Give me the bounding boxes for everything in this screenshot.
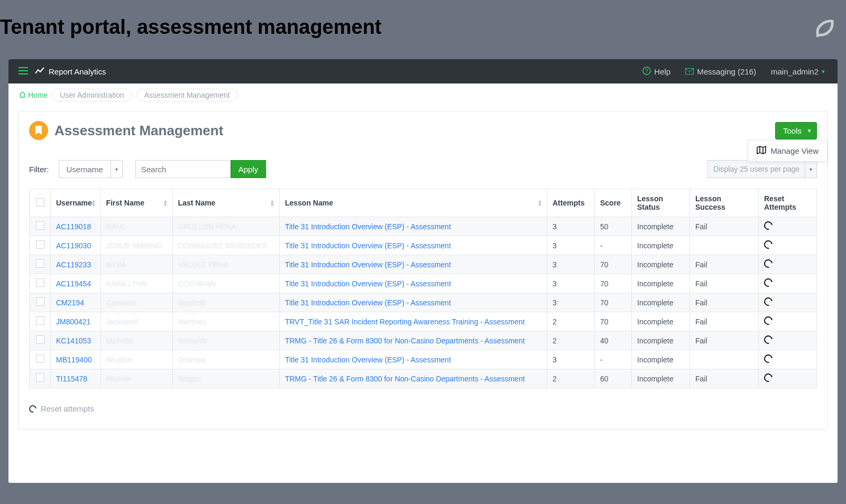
- sort-icon: ▲▼: [270, 199, 275, 207]
- success-cell: [690, 236, 759, 255]
- assessment-table: Username▲▼ First Name▲▼ Last Name▲▼ Less…: [29, 189, 817, 388]
- user-label: main_admin2: [771, 67, 819, 76]
- username-link[interactable]: CM2194: [56, 298, 84, 307]
- row-checkbox[interactable]: [36, 278, 44, 287]
- status-cell: Incomplete: [632, 255, 690, 274]
- lesson-link[interactable]: Title 31 Introduction Overview (ESP) - A…: [285, 260, 451, 269]
- breadcrumb-assessment-mgmt[interactable]: Assessment Management: [136, 89, 238, 101]
- row-checkbox[interactable]: [36, 221, 44, 230]
- chevron-down-icon: ▾: [805, 161, 816, 178]
- messaging-label: Messaging (216): [697, 67, 756, 76]
- lesson-link[interactable]: Title 31 Introduction Overview (ESP) - A…: [285, 222, 451, 231]
- col-header-username[interactable]: Username▲▼: [51, 189, 101, 217]
- breadcrumb-user-admin[interactable]: User Administration: [52, 89, 132, 101]
- col-header-reset: Reset Attempts: [759, 189, 817, 217]
- first-name-cell: JOSUE MARINO: [106, 241, 163, 250]
- username-link[interactable]: MB119400: [56, 356, 92, 364]
- tools-button[interactable]: Tools ▾: [775, 122, 817, 139]
- table-row: TI115478MicheleWagesTRMG - Title 26 & Fo…: [30, 369, 817, 388]
- lesson-link[interactable]: Title 31 Introduction Overview (ESP) - A…: [285, 298, 451, 307]
- reset-legend-label: Reset attempts: [41, 404, 94, 413]
- last-name-cell: Martinez: [178, 318, 207, 326]
- row-checkbox[interactable]: [36, 240, 44, 249]
- score-cell: 70: [595, 255, 632, 274]
- manage-view-item[interactable]: Manage View: [748, 140, 827, 162]
- username-link[interactable]: AC119030: [56, 241, 91, 250]
- username-link[interactable]: TI115478: [56, 375, 87, 383]
- col-header-score: Score: [595, 189, 632, 217]
- success-cell: Fail: [690, 312, 759, 331]
- help-link[interactable]: ? Help: [642, 67, 670, 77]
- table-row: CM2194CameronMayfieldTitle 31 Introducti…: [30, 293, 817, 312]
- col-header-success: Lesson Success: [690, 189, 759, 217]
- row-checkbox[interactable]: [36, 259, 44, 268]
- tools-label: Tools: [783, 126, 802, 135]
- lesson-link[interactable]: Title 31 Introduction Overview (ESP) - A…: [285, 241, 451, 250]
- last-name-cell: GRULLON PENA: [178, 222, 236, 231]
- menu-hamburger-icon[interactable]: [14, 67, 33, 76]
- reset-attempts-button[interactable]: [762, 277, 774, 288]
- table-row: KC141053MichelleRichardsTRMG - Title 26 …: [30, 331, 817, 350]
- username-link[interactable]: JM800421: [56, 318, 90, 326]
- user-menu[interactable]: main_admin2 ▾: [771, 67, 825, 76]
- table-row: AC119233NYSAVALDEZ PENATitle 31 Introduc…: [30, 255, 817, 274]
- reset-attempts-button[interactable]: [762, 239, 774, 250]
- table-row: AC119018RAULGRULLON PENATitle 31 Introdu…: [30, 217, 817, 236]
- reset-attempts-button[interactable]: [762, 296, 774, 307]
- last-name-cell: Mayfield: [178, 298, 206, 307]
- attempts-cell: 3: [547, 293, 595, 312]
- attempts-cell: 2: [547, 369, 595, 388]
- filter-row: Filter: Username ▾ Apply Display 25 user…: [29, 160, 817, 178]
- lesson-link[interactable]: TRMG - Title 26 & Form 8300 for Non-Casi…: [285, 337, 525, 345]
- reset-icon: [27, 404, 38, 414]
- breadcrumb-home[interactable]: Home: [19, 91, 48, 99]
- success-cell: Fail: [690, 217, 759, 236]
- row-checkbox[interactable]: [36, 335, 44, 344]
- logo-leaf-icon: [811, 16, 835, 40]
- display-per-page-select[interactable]: Display 25 users per page ▾: [707, 160, 817, 178]
- bookmark-badge-icon: [29, 121, 48, 140]
- envelope-icon: [685, 67, 694, 76]
- reset-attempts-button[interactable]: [762, 334, 774, 346]
- attempts-cell: 3: [547, 255, 595, 274]
- chevron-down-icon: ▾: [822, 68, 825, 75]
- row-checkbox[interactable]: [36, 297, 44, 306]
- status-cell: Incomplete: [632, 312, 690, 331]
- success-cell: Fail: [690, 274, 759, 293]
- reset-attempts-button[interactable]: [762, 220, 774, 231]
- reset-attempts-button[interactable]: [762, 315, 774, 326]
- last-name-cell: DOMINGUEZ MERCEDES: [178, 241, 268, 250]
- status-cell: Incomplete: [632, 331, 690, 350]
- filter-field-value: Username: [59, 165, 111, 174]
- reset-attempts-button[interactable]: [762, 372, 774, 384]
- messaging-link[interactable]: Messaging (216): [685, 67, 756, 76]
- first-name-cell: Michele: [106, 375, 132, 383]
- attempts-cell: 3: [547, 350, 595, 369]
- username-link[interactable]: AC119233: [56, 260, 91, 269]
- reset-attempts-button[interactable]: [762, 353, 774, 365]
- attempts-cell: 2: [547, 312, 595, 331]
- app-title: Report Analytics: [49, 67, 106, 76]
- lesson-link[interactable]: Title 31 Introduction Overview (ESP) - A…: [285, 356, 451, 364]
- lesson-link[interactable]: TRMG - Title 26 & Form 8300 for Non-Casi…: [285, 375, 525, 383]
- status-cell: Incomplete: [632, 236, 690, 255]
- col-header-last-name[interactable]: Last Name▲▼: [172, 189, 279, 217]
- col-header-lesson-name[interactable]: Lesson Name▲▼: [279, 189, 547, 217]
- attempts-cell: 3: [547, 274, 595, 293]
- chevron-down-icon: ▾: [111, 161, 122, 178]
- lesson-link[interactable]: TRVT_Title 31 SAR Incident Reporting Awa…: [285, 318, 525, 326]
- row-checkbox[interactable]: [36, 316, 44, 325]
- col-header-first-name[interactable]: First Name▲▼: [100, 189, 172, 217]
- select-all-checkbox[interactable]: [36, 198, 44, 207]
- search-input[interactable]: [135, 160, 231, 178]
- username-link[interactable]: AC119454: [56, 279, 91, 288]
- filter-field-select[interactable]: Username ▾: [59, 160, 123, 178]
- row-checkbox[interactable]: [36, 354, 44, 363]
- username-link[interactable]: KC141053: [56, 337, 91, 345]
- lesson-link[interactable]: Title 31 Introduction Overview (ESP) - A…: [285, 279, 451, 288]
- apply-button[interactable]: Apply: [231, 160, 266, 178]
- reset-attempts-button[interactable]: [762, 258, 774, 269]
- success-cell: [690, 350, 759, 369]
- username-link[interactable]: AC119018: [56, 222, 91, 231]
- row-checkbox[interactable]: [36, 374, 44, 382]
